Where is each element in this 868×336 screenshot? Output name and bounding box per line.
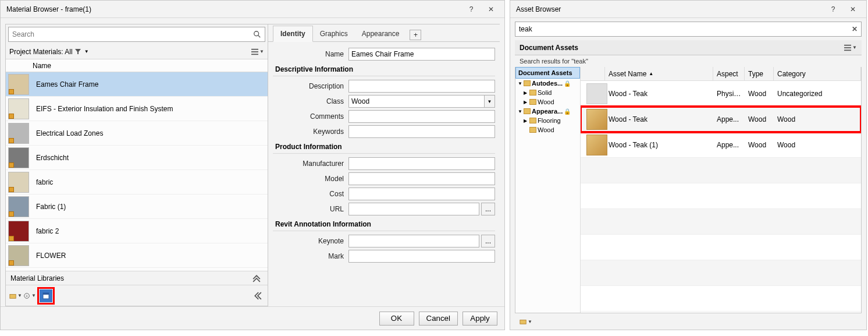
asset-row[interactable]: Wood - Teak (1)Appe...WoodWood xyxy=(581,132,861,158)
material-thumbnail xyxy=(8,196,29,217)
url-browse-button[interactable]: ... xyxy=(481,203,495,215)
mark-field[interactable] xyxy=(348,250,495,263)
help-icon[interactable]: ? xyxy=(461,2,481,16)
ab-rows[interactable]: Wood - TeakPhysicalWoodUncategorizedWood… xyxy=(581,81,861,313)
tab-appearance[interactable]: Appearance xyxy=(355,26,407,41)
help-icon[interactable]: ? xyxy=(823,2,843,16)
tree-header[interactable]: Document Assets xyxy=(515,67,580,79)
sect-product: Product Information xyxy=(275,143,495,151)
svg-rect-4 xyxy=(251,54,258,55)
svg-line-1 xyxy=(258,36,261,38)
material-name: fabric 2 xyxy=(31,227,268,235)
asset-row-empty xyxy=(581,260,861,286)
svg-rect-12 xyxy=(844,49,851,51)
col-category[interactable]: Category xyxy=(774,67,861,80)
material-thumbnail xyxy=(8,98,29,119)
sect-revit: Revit Annotation Information xyxy=(275,220,495,228)
close-icon[interactable]: ✕ xyxy=(481,2,501,16)
mb-titlebar: Material Browser - frame(1) ? ✕ xyxy=(1,1,504,18)
asset-row-empty xyxy=(581,209,861,235)
col-asset-name[interactable]: Asset Name ▲ xyxy=(605,67,713,80)
tab-identity[interactable]: Identity xyxy=(273,26,313,42)
ab-search-input[interactable] xyxy=(519,25,852,33)
cost-field[interactable] xyxy=(348,188,495,200)
list-view-icon[interactable]: ▼ xyxy=(844,41,857,54)
tree-node[interactable]: ▶ Wood xyxy=(515,97,580,107)
asset-row[interactable]: Wood - TeakAppe...WoodWood xyxy=(581,107,861,132)
col-type[interactable]: Type xyxy=(745,67,774,80)
asset-thumbnail xyxy=(586,135,607,155)
keynote-browse-button[interactable]: ... xyxy=(481,235,495,247)
material-row[interactable]: Electrical Load Zones xyxy=(6,121,268,146)
material-thumbnail xyxy=(8,123,29,144)
expand-up-icon[interactable] xyxy=(250,272,263,285)
mb-search[interactable] xyxy=(8,27,265,42)
description-field[interactable] xyxy=(348,80,495,93)
tree-node[interactable]: ▼ Appeara... 🔒 xyxy=(515,107,580,116)
asset-type: Wood xyxy=(745,115,774,123)
svg-rect-13 xyxy=(520,320,526,324)
manufacturer-field[interactable] xyxy=(348,157,495,170)
material-row[interactable]: fabric 2 xyxy=(6,219,268,243)
list-view-icon[interactable]: ▼ xyxy=(251,45,264,58)
sort-asc-icon: ▲ xyxy=(649,71,653,76)
mb-search-input[interactable] xyxy=(12,30,253,38)
asset-row-empty xyxy=(581,286,861,312)
search-icon[interactable] xyxy=(253,30,261,38)
class-field[interactable] xyxy=(348,95,485,108)
close-icon[interactable]: ✕ xyxy=(843,2,863,16)
tree-node[interactable]: ▶ Solid xyxy=(515,88,580,97)
name-field[interactable] xyxy=(348,48,495,61)
asset-browser-window: Asset Browser ? ✕ ✕ Document Assets ▼ Se… xyxy=(510,0,867,330)
mb-libraries-bar[interactable]: Material Libraries xyxy=(6,271,268,285)
material-name: FLOWER xyxy=(31,252,268,260)
material-row[interactable]: Eames Chair Frame xyxy=(6,72,268,97)
material-row[interactable]: fabric xyxy=(6,170,268,194)
mb-libraries-label: Material Libraries xyxy=(10,274,64,282)
tree-node[interactable]: ▼ Autodes... 🔒 xyxy=(515,79,580,88)
new-material-icon[interactable]: +▼ xyxy=(23,289,36,302)
material-row[interactable]: Erdschicht xyxy=(6,146,268,170)
tab-add-icon[interactable]: + xyxy=(410,30,421,40)
material-browser-window: Material Browser - frame(1) ? ✕ Project … xyxy=(0,0,505,330)
col-aspect[interactable]: Aspect xyxy=(713,67,745,80)
material-row[interactable]: EIFS - Exterior Insulation and Finish Sy… xyxy=(6,97,268,121)
asset-row-empty xyxy=(581,158,861,183)
svg-rect-5 xyxy=(10,294,16,298)
asset-category: Wood xyxy=(774,115,861,123)
ab-tree[interactable]: Document Assets ▼ Autodes... 🔒▶ Solid▶ W… xyxy=(515,67,581,313)
material-row[interactable]: Fabric (1) xyxy=(6,194,268,219)
tree-node[interactable]: ▶ Flooring xyxy=(515,116,580,125)
keywords-field[interactable] xyxy=(348,125,495,138)
asset-aspect: Physical xyxy=(713,90,745,98)
mb-right-panel: Identity Graphics Appearance + Name Desc… xyxy=(268,24,500,306)
tab-graphics[interactable]: Graphics xyxy=(313,26,355,41)
model-field[interactable] xyxy=(348,172,495,185)
open-library-icon[interactable]: ▼ xyxy=(520,315,532,328)
open-library-icon[interactable]: ▼ xyxy=(9,289,22,302)
asset-row[interactable]: Wood - TeakPhysicalWoodUncategorized xyxy=(581,81,861,107)
mb-left-panel: Project Materials: All ▼ ▼ Name Eames Ch… xyxy=(5,24,268,306)
apply-button[interactable]: Apply xyxy=(463,312,497,326)
ok-button[interactable]: OK xyxy=(379,312,414,326)
ab-panel-header: Document Assets ▼ xyxy=(515,40,862,55)
asset-category: Wood xyxy=(774,141,861,149)
clear-search-icon[interactable]: ✕ xyxy=(852,25,858,33)
model-label: Model xyxy=(273,175,348,183)
mb-material-list[interactable]: Eames Chair FrameEIFS - Exterior Insulat… xyxy=(6,72,268,271)
material-row[interactable]: FLOWER xyxy=(6,243,268,268)
keynote-field[interactable] xyxy=(348,235,479,247)
material-thumbnail xyxy=(8,221,29,242)
cancel-button[interactable]: Cancel xyxy=(419,312,458,326)
tree-node[interactable]: Wood xyxy=(515,125,580,135)
url-field[interactable] xyxy=(348,203,479,215)
collapse-left-icon[interactable] xyxy=(251,289,264,302)
asset-thumbnail xyxy=(586,83,607,104)
mb-filter-label-wrap[interactable]: Project Materials: All ▼ xyxy=(9,48,89,56)
mb-title: Material Browser - frame(1) xyxy=(4,5,461,13)
ab-search[interactable]: ✕ xyxy=(515,22,862,37)
mb-col-name[interactable]: Name xyxy=(28,62,268,70)
asset-browser-toggle-icon[interactable] xyxy=(40,289,52,302)
class-dropdown-icon[interactable]: ▼ xyxy=(485,95,495,108)
comments-field[interactable] xyxy=(348,110,495,123)
